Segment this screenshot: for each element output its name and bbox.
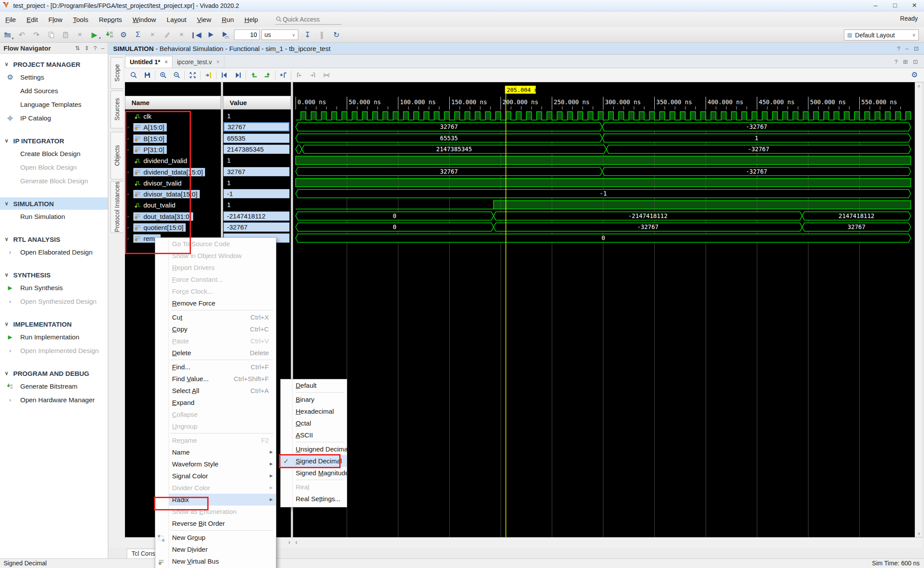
- quick-access-search[interactable]: [275, 14, 341, 25]
- expand-all-icon[interactable]: ⇕: [84, 45, 89, 51]
- menu-item-signed-decimal[interactable]: Signed Decimal✓: [281, 455, 347, 467]
- expand-chevron-icon[interactable]: ›: [127, 214, 133, 219]
- flownav-section-rtl-analysis[interactable]: ∨RTL ANALYSIS: [0, 233, 108, 245]
- flownav-item-open-hardware-manager[interactable]: ›Open Hardware Manager: [0, 393, 108, 407]
- signal-value-box[interactable]: 32767: [224, 167, 290, 176]
- vertical-scrollbar[interactable]: ∧ ∨: [915, 82, 923, 537]
- signal-value-row[interactable]: -1: [223, 189, 291, 199]
- menu-layout[interactable]: Layout: [161, 14, 192, 25]
- flownav-item-open-synthesized-design[interactable]: ›Open Synthesized Design: [0, 295, 108, 308]
- flownav-item-run-implementation[interactable]: ▶Run Implementation: [0, 330, 108, 344]
- menu-item-select-all[interactable]: Select AllCtrl+A: [155, 385, 276, 397]
- menu-item-octal[interactable]: Octal: [281, 417, 347, 429]
- toolbar-step-into-button[interactable]: 0110: [102, 29, 116, 40]
- signal-name-chip[interactable]: divisor_tvalid: [133, 179, 184, 187]
- maximize-panel-icon[interactable]: ⊡: [914, 45, 919, 52]
- waveform-canvas[interactable]: 0.000 ns50.000 ns100.000 ns150.000 ns200…: [293, 82, 915, 537]
- flownav-section-simulation[interactable]: ∨SIMULATION: [0, 197, 108, 210]
- signal-name-chip[interactable]: dout_tvalid: [133, 201, 178, 209]
- signal-name-chip[interactable]: quotient[15:0]: [133, 223, 186, 232]
- signal-name-chip[interactable]: dividend_tvalid: [133, 157, 189, 165]
- float-icon[interactable]: ⊞: [903, 58, 908, 65]
- tab-untitled-1-[interactable]: Untitled 1*×: [125, 56, 172, 68]
- close-icon[interactable]: ×: [165, 59, 168, 65]
- side-tab-objects[interactable]: Objects: [110, 132, 123, 179]
- signal-value-row[interactable]: -2147418112: [223, 211, 291, 221]
- minimize-panel-icon[interactable]: –: [906, 45, 909, 52]
- close-icon[interactable]: ×: [216, 59, 220, 65]
- toolbar-undo-button[interactable]: ↶: [15, 29, 29, 40]
- menu-item-expand[interactable]: Expand: [155, 397, 276, 408]
- signal-value-box[interactable]: 65535: [224, 134, 290, 143]
- expand-chevron-icon[interactable]: ›: [127, 147, 133, 152]
- signal-value-box[interactable]: -2147418112: [224, 211, 290, 221]
- wave-horizontal-scrollbar[interactable]: ‹: [293, 537, 923, 548]
- toolbar-delete-button[interactable]: ×: [73, 29, 87, 40]
- wave-toolbar-zoom-out-button[interactable]: [170, 69, 183, 81]
- wave-toolbar-zoom-fit-button[interactable]: [186, 69, 199, 81]
- minimize-button[interactable]: –: [866, 0, 885, 11]
- toolbar-step-once-button[interactable]: ↧: [300, 29, 315, 40]
- wave-toolbar-search-button[interactable]: [127, 69, 140, 81]
- menu-window[interactable]: Window: [127, 14, 161, 25]
- maximize-icon[interactable]: ⊡: [913, 58, 918, 65]
- menu-item-unsigned-decimal[interactable]: Unsigned Decimal: [281, 443, 347, 455]
- expand-chevron-icon[interactable]: ›: [127, 169, 133, 175]
- menu-item-binary[interactable]: Binary: [281, 393, 347, 405]
- expand-chevron-icon[interactable]: ›: [127, 225, 133, 230]
- side-tab-protocol-instances[interactable]: Protocol Instances: [110, 181, 123, 233]
- toolbar-restart-button[interactable]: ❙◀: [189, 29, 203, 40]
- wave-toolbar-save-waveform-button[interactable]: [140, 69, 154, 81]
- wave-toolbar-previous-edge-button[interactable]: [247, 69, 260, 81]
- flownav-item-generate-bitstream[interactable]: 0110Generate Bitstream: [0, 379, 108, 393]
- toolbar-open-file-button[interactable]: ▾: [0, 29, 15, 40]
- menu-item-signed-magnitude[interactable]: Signed Magnitude: [281, 467, 347, 479]
- flownav-item-add-sources[interactable]: Add Sources: [0, 84, 108, 98]
- menu-run[interactable]: Run: [216, 14, 239, 25]
- flownav-section-program-and-debug[interactable]: ∨PROGRAM AND DEBUG: [0, 367, 108, 379]
- expand-chevron-icon[interactable]: ›: [127, 236, 133, 241]
- tab-ipcore-test-v[interactable]: ipcore_test.v×: [172, 56, 224, 68]
- toolbar-cancel-button[interactable]: ×: [145, 29, 160, 40]
- signal-name-chip[interactable]: dout_tdata[31:0]: [133, 212, 193, 221]
- time-unit-select[interactable]: us∨: [261, 29, 298, 40]
- help-icon[interactable]: ?: [897, 45, 900, 52]
- quick-access-input[interactable]: [282, 16, 335, 23]
- layout-selector[interactable]: ▦ Default Layout ∨: [844, 29, 919, 40]
- signal-value-box[interactable]: -1: [224, 189, 290, 198]
- run-time-input[interactable]: [234, 29, 260, 40]
- flownav-item-open-elaborated-design[interactable]: ›Open Elaborated Design: [0, 245, 108, 259]
- signal-name-row[interactable]: ›dividend_tdata[15:0]: [125, 167, 205, 177]
- signal-name-chip[interactable]: A[15:0]: [133, 123, 167, 131]
- signal-name-row[interactable]: ›A[15:0]: [125, 122, 167, 132]
- menu-item-find-[interactable]: Find...Ctrl+F: [155, 361, 276, 373]
- signal-value-row[interactable]: 32767: [223, 122, 291, 132]
- signal-name-row[interactable]: dividend_tvalid: [125, 156, 189, 165]
- flownav-item-run-synthesis[interactable]: ▶Run Synthesis: [0, 281, 108, 295]
- flownav-item-open-implemented-design[interactable]: ›Open Implemented Design: [0, 344, 108, 357]
- menu-flow[interactable]: Flow: [43, 14, 68, 25]
- signal-value-box[interactable]: 32767: [224, 122, 290, 131]
- expand-chevron-icon[interactable]: ›: [127, 191, 133, 197]
- flownav-item-run-simulation[interactable]: Run Simulation: [0, 210, 108, 223]
- title-bar[interactable]: test_project - [D:/ProgramFiles/FPGA/tes…: [0, 0, 924, 11]
- toolbar-run-for-time-button[interactable]: (T): [218, 29, 232, 40]
- flownav-section-synthesis[interactable]: ∨SYNTHESIS: [0, 269, 108, 281]
- flownav-item-ip-catalog[interactable]: IP Catalog: [0, 111, 108, 125]
- menu-item-new-virtual-bus[interactable]: New Virtual Bus: [155, 555, 276, 567]
- close-button[interactable]: ✕: [905, 0, 924, 11]
- waveform-settings-gear-icon[interactable]: ⚙: [911, 70, 918, 80]
- menu-item-waveform-style[interactable]: Waveform Style▶: [155, 458, 276, 470]
- menu-reports[interactable]: Reports: [94, 14, 128, 25]
- signal-name-row[interactable]: ›divisor_tdata[15:0]: [125, 189, 200, 199]
- wave-toolbar-next-edge-button[interactable]: [260, 69, 274, 81]
- minimize-panel-icon[interactable]: –: [101, 45, 104, 51]
- flownav-section-project-manager[interactable]: ∨PROJECT MANAGER: [0, 58, 108, 70]
- scroll-right-icon[interactable]: ›: [288, 538, 290, 546]
- flownav-item-open-block-design[interactable]: Open Block Design: [0, 160, 108, 174]
- scroll-left-icon[interactable]: ‹: [295, 538, 297, 546]
- signal-name-row[interactable]: dout_tvalid: [125, 200, 178, 210]
- signal-value-row[interactable]: -32767: [223, 222, 291, 232]
- toolbar-run-all-button[interactable]: [203, 29, 218, 40]
- toolbar-paste-button[interactable]: [58, 29, 73, 40]
